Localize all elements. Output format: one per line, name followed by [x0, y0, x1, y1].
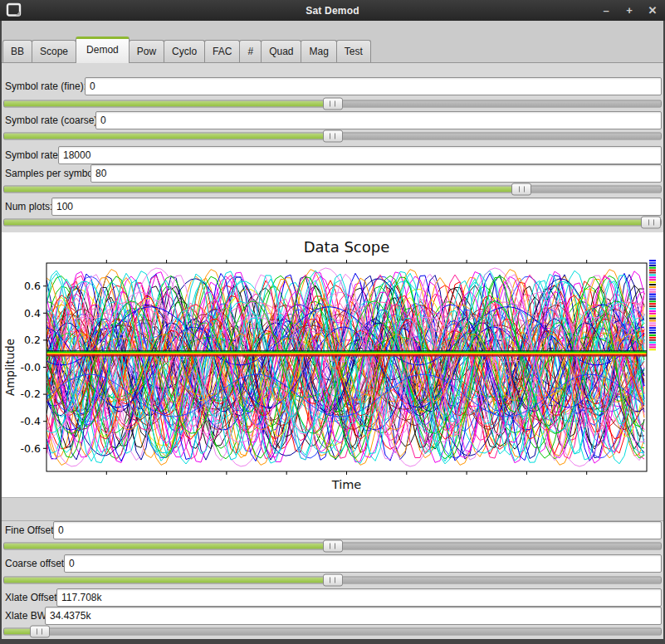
svg-text:Amplitude: Amplitude [3, 339, 17, 396]
tab-fac[interactable]: FAC [204, 40, 240, 62]
svg-text:0.6: 0.6 [24, 280, 41, 292]
coarse-offset-slider[interactable] [0, 573, 665, 587]
xlate-bw-slider[interactable] [0, 625, 665, 638]
field-row-symbol-rate-coarse: Symbol rate (coarse): [2, 111, 663, 129]
xlate-offset-input[interactable] [56, 588, 662, 607]
samples-per-symbol-slider[interactable] [0, 183, 665, 196]
svg-text:-0.0: -0.0 [21, 361, 41, 373]
data-scope-canvas: 0.60.40.2-0.0-0.2-0.4-0.6Data ScopeTimeA… [2, 232, 663, 497]
slider-handle[interactable] [323, 540, 343, 553]
data-scope-plot: 0.60.40.2-0.0-0.2-0.4-0.6Data ScopeTimeA… [2, 232, 663, 497]
app-window: Sat Demod – + ✕ BB Scope Demod Pow Cyclo… [0, 0, 665, 644]
tab-hash[interactable]: # [239, 40, 262, 62]
symbol-rate-label: Symbol rate: [5, 149, 61, 161]
svg-text:-0.4: -0.4 [21, 415, 41, 427]
slider-groove[interactable] [3, 186, 662, 193]
svg-text:0.2: 0.2 [24, 334, 41, 346]
xlate-bw-label: Xlate BW: [5, 610, 49, 622]
symbol-rate-input[interactable] [58, 146, 662, 164]
xlate-bw-input[interactable] [45, 607, 662, 625]
tab-bar: BB Scope Demod Pow Cyclo FAC # Quad Mag … [0, 37, 665, 63]
fine-offset-input[interactable] [53, 521, 662, 539]
tab-quad[interactable]: Quad [261, 40, 301, 62]
slider-handle[interactable] [641, 217, 661, 229]
coarse-offset-label: Coarse offset: [5, 558, 66, 569]
samples-per-symbol-label: Samples per symbol: [5, 168, 98, 179]
tab-mag[interactable]: Mag [301, 40, 336, 62]
num-plots-label: Num plots: [5, 201, 52, 212]
tab-cyclo[interactable]: Cyclo [164, 40, 205, 62]
slider-handle[interactable] [30, 626, 50, 638]
slider-handle[interactable] [511, 183, 531, 196]
symbol-rate-fine-input[interactable] [85, 77, 662, 95]
minimize-button[interactable]: – [600, 0, 612, 21]
window-title: Sat Demod [0, 5, 665, 17]
plot-toolbar-band [0, 497, 665, 521]
fine-offset-label: Fine Offset: [5, 524, 56, 536]
close-button[interactable]: ✕ [647, 0, 658, 21]
maximize-button[interactable]: + [623, 0, 635, 21]
slider-groove[interactable] [3, 219, 662, 227]
xlate-offset-label: Xlate Offset: [5, 592, 60, 603]
svg-text:Data Scope: Data Scope [304, 238, 390, 256]
svg-text:-0.2: -0.2 [21, 388, 41, 400]
symbol-rate-coarse-label: Symbol rate (coarse): [5, 115, 100, 126]
fine-offset-slider[interactable] [0, 539, 665, 553]
window-border-left [0, 0, 2, 644]
symbol-rate-fine-slider[interactable] [0, 97, 665, 110]
num-plots-slider[interactable] [0, 216, 665, 229]
window-border-bottom [0, 639, 665, 644]
tab-test[interactable]: Test [336, 40, 371, 62]
svg-text:0.4: 0.4 [24, 307, 41, 320]
svg-text:-0.6: -0.6 [21, 442, 41, 455]
tab-demod[interactable]: Demod [76, 37, 130, 63]
field-row-fine-offset: Fine Offset: [2, 521, 663, 539]
field-row-xlate-offset: Xlate Offset: [2, 588, 663, 607]
svg-text:Time: Time [331, 478, 362, 491]
slider-handle[interactable] [323, 98, 343, 110]
tab-scope[interactable]: Scope [32, 40, 76, 62]
slider-groove[interactable] [3, 628, 662, 636]
symbol-rate-coarse-slider[interactable] [0, 129, 665, 143]
slider-handle[interactable] [323, 574, 343, 587]
titlebar-gap-strip [0, 21, 665, 37]
title-bar: Sat Demod – + ✕ [0, 0, 665, 21]
tab-bb[interactable]: BB [2, 40, 32, 62]
tab-pow[interactable]: Pow [129, 40, 164, 62]
field-row-samples-per-symbol: Samples per symbol: [2, 164, 663, 183]
symbol-rate-coarse-input[interactable] [95, 111, 662, 129]
window-controls: – + ✕ [600, 0, 658, 21]
coarse-offset-input[interactable] [64, 554, 662, 573]
field-row-num-plots: Num plots: [2, 198, 663, 216]
samples-per-symbol-input[interactable] [90, 164, 662, 183]
slider-handle[interactable] [323, 130, 343, 143]
field-row-symbol-rate-fine: Symbol rate (fine): [2, 77, 663, 95]
field-row-coarse-offset: Coarse offset: [2, 554, 663, 573]
field-row-symbol-rate: Symbol rate: [2, 146, 663, 164]
num-plots-input[interactable] [51, 198, 662, 216]
symbol-rate-fine-label: Symbol rate (fine): [5, 80, 86, 92]
field-row-xlate-bw: Xlate BW: [2, 607, 663, 625]
